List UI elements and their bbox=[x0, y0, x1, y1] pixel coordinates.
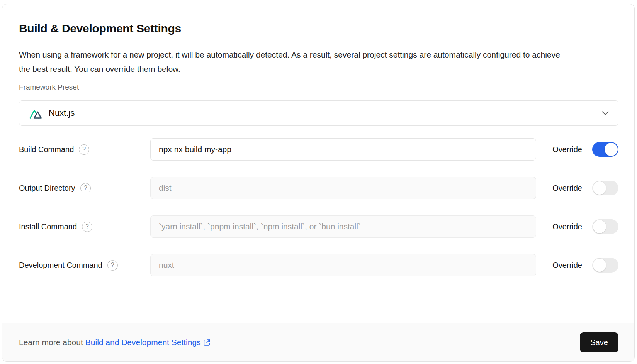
footer-text-prefix: Learn more about bbox=[19, 338, 83, 347]
setting-input[interactable] bbox=[150, 254, 536, 276]
setting-input[interactable] bbox=[150, 177, 536, 199]
build-settings-card: Build & Development Settings When using … bbox=[2, 4, 635, 362]
override-label: Override bbox=[552, 261, 582, 270]
external-link-icon bbox=[203, 339, 211, 347]
framework-preset-select[interactable]: Nuxt.js bbox=[19, 100, 618, 126]
settings-description: When using a framework for a new project… bbox=[19, 47, 569, 76]
override-label: Override bbox=[552, 184, 582, 193]
question-circle-icon[interactable]: ? bbox=[80, 183, 91, 193]
question-circle-icon[interactable]: ? bbox=[82, 222, 92, 232]
setting-input[interactable] bbox=[150, 138, 536, 161]
setting-label: Development Command bbox=[19, 261, 102, 270]
setting-row: Build Command ? Override bbox=[19, 138, 618, 161]
save-button[interactable]: Save bbox=[580, 332, 618, 352]
docs-link[interactable]: Build and Development Settings bbox=[85, 338, 211, 347]
setting-row: Install Command ? Override bbox=[19, 215, 618, 238]
setting-label: Output Directory bbox=[19, 184, 75, 193]
setting-row: Development Command ? Override bbox=[19, 254, 618, 276]
toggle-knob bbox=[593, 181, 606, 195]
override-toggle[interactable] bbox=[592, 181, 618, 195]
question-circle-icon[interactable]: ? bbox=[107, 260, 118, 271]
override-label: Override bbox=[552, 145, 582, 154]
settings-rows: Build Command ? Override Output Director… bbox=[19, 138, 618, 276]
card-content: Build & Development Settings When using … bbox=[2, 4, 634, 323]
framework-preset-label: Framework Preset bbox=[19, 83, 618, 91]
setting-label: Build Command bbox=[19, 145, 74, 154]
toggle-knob bbox=[605, 143, 618, 156]
override-toggle[interactable] bbox=[592, 258, 618, 273]
question-circle-icon[interactable]: ? bbox=[79, 144, 89, 155]
toggle-knob bbox=[593, 259, 606, 272]
footer-text: Learn more about Build and Development S… bbox=[19, 338, 211, 347]
override-toggle[interactable] bbox=[592, 219, 618, 234]
setting-label: Install Command bbox=[19, 222, 77, 231]
framework-preset-value: Nuxt.js bbox=[49, 108, 75, 118]
nuxt-logo-icon bbox=[29, 108, 43, 119]
chevron-down-icon bbox=[602, 111, 609, 115]
docs-link-label: Build and Development Settings bbox=[85, 338, 201, 347]
setting-row: Output Directory ? Override bbox=[19, 177, 618, 199]
override-toggle[interactable] bbox=[592, 142, 618, 157]
card-footer: Learn more about Build and Development S… bbox=[2, 323, 634, 361]
setting-input[interactable] bbox=[150, 215, 536, 238]
override-label: Override bbox=[552, 222, 582, 231]
toggle-knob bbox=[593, 220, 606, 233]
page-title: Build & Development Settings bbox=[19, 22, 618, 36]
